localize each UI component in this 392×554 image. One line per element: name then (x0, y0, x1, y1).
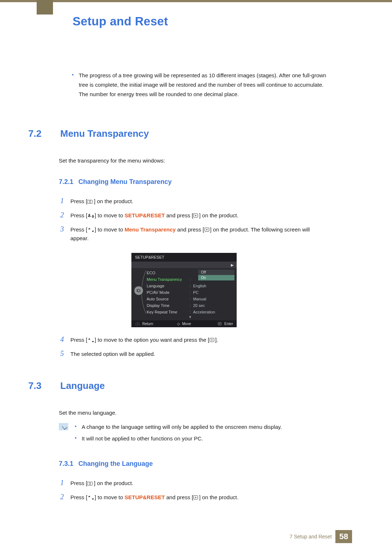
text-frag: ] on the product. (199, 494, 238, 500)
subsection-title: Changing the Language (78, 460, 153, 468)
section-title: Language (60, 380, 105, 391)
manual-page: Setup and Reset • The progress of a tree… (0, 0, 392, 554)
note-block: •A change to the language setting will o… (59, 422, 327, 446)
text-frag: and press [ (165, 212, 193, 218)
text-frag: and press [ (176, 226, 204, 233)
page-footer: 7 Setup and Reset 58 (290, 530, 352, 543)
osd-left-pane (131, 270, 147, 319)
colon: : (189, 284, 192, 288)
osd-row: Language:English (147, 283, 234, 289)
osd-label: Auto Source (147, 297, 187, 301)
step-text: Press [] to move to Menu Transparency an… (70, 225, 327, 243)
enter-icon (193, 213, 199, 218)
text-frag: ] to move to (95, 226, 125, 233)
colon: : (189, 310, 192, 314)
chapter-tab (37, 0, 53, 15)
osd-value: PC (193, 290, 234, 295)
text-frag: Press [ (70, 212, 87, 218)
step-item: 5 The selected option will be applied. (59, 349, 327, 358)
osd-label: PC/AV Mode (147, 290, 187, 295)
page-number: 58 (335, 530, 352, 543)
subsection-number: 7.3.1 (59, 460, 73, 468)
osd-screenshot: SETUP&RESET ▶ ECO Menu Trans (131, 253, 327, 327)
text-frag: ] on the product. (199, 212, 238, 218)
gear-icon (134, 286, 143, 295)
osd-option-popup: Off On (198, 270, 234, 280)
text-frag: Press [ (70, 198, 87, 204)
osd-value: 20 sec (193, 303, 234, 308)
osd-footer-move: ◇Move (168, 322, 200, 326)
colon: : (189, 297, 192, 301)
text-frag: Enter (224, 322, 233, 326)
steps-list: 1 Press [ ] on the product. 2 Press [] t… (59, 479, 327, 502)
section-title: Menu Transparency (60, 128, 149, 139)
osd-label: ECO (147, 271, 187, 275)
step-number: 3 (59, 225, 64, 233)
step-text: The selected option will be applied. (70, 350, 327, 358)
up-down-icon (87, 496, 95, 500)
text-frag: ] to move to (95, 494, 125, 500)
page-body: • The progress of a tree growing will be… (0, 71, 392, 524)
top-bar (0, 0, 392, 15)
osd-row: Display Time:20 sec (147, 302, 234, 309)
up-down-icon (87, 228, 95, 232)
enter-icon (209, 338, 215, 343)
list-item: •It will not be applied to other functio… (75, 434, 282, 443)
text-frag: Move (182, 322, 191, 326)
osd-footer-return: Return (135, 322, 167, 326)
section-desc: Set the transparency for the menu window… (59, 157, 327, 164)
step-number: 1 (59, 479, 64, 487)
steps-list: 1 Press [ ] on the product. 2 Press [] t… (59, 197, 327, 358)
up-down-icon (87, 214, 95, 218)
osd-value: English (193, 284, 234, 288)
bullet-text: It will not be applied to other function… (82, 434, 203, 443)
osd-value: Acceleration (193, 310, 234, 314)
note-list: •A change to the language setting will o… (75, 422, 282, 446)
enter-icon (218, 322, 222, 326)
osd-option-off: Off (198, 270, 234, 275)
osd-label: Display Time (147, 303, 187, 308)
osd-value: Manual (193, 297, 234, 301)
menu-icon (87, 482, 93, 485)
step-item: 4 Press [] to move to the option you wan… (59, 335, 327, 344)
text-frag: Press [ (70, 494, 87, 500)
section-heading: 7.3 Language (28, 380, 327, 391)
text-emph: Menu Transparency (124, 226, 176, 233)
osd-row: Key Repeat Time:Acceleration (147, 309, 234, 315)
text-frag: ] on the product. (93, 480, 134, 486)
text-frag: ] to move to (95, 212, 125, 218)
text-frag: and press [ (165, 494, 193, 500)
list-item: • The progress of a tree growing will be… (72, 71, 327, 99)
menu-icon (135, 323, 139, 325)
text-frag: Press [ (70, 480, 87, 486)
step-text: Press [] to move to SETUP&RESET and pres… (70, 211, 327, 220)
section-number: 7.2 (28, 128, 47, 139)
step-number: 4 (59, 335, 64, 344)
osd-footer: Return ◇Move Enter (131, 320, 237, 327)
section-heading: 7.2 Menu Transparency (28, 128, 327, 139)
osd-label: Language (147, 284, 187, 288)
colon: : (189, 290, 192, 295)
colon: : (189, 303, 192, 308)
text-emph: SETUP&RESET (124, 494, 165, 500)
text-frag: ] to move to the option you want and pre… (95, 337, 209, 343)
chevron-down-icon: ▼ (147, 315, 234, 319)
step-number: 2 (59, 211, 64, 219)
step-number: 1 (59, 197, 64, 205)
osd-window: SETUP&RESET ▶ ECO Menu Trans (131, 253, 237, 327)
bullet-text: The progress of a tree growing will be r… (79, 71, 327, 99)
bullet-dot-icon: • (72, 71, 74, 99)
subsection-number: 7.2.1 (59, 178, 73, 186)
osd-body: ECO Menu Transparency: Language:English … (131, 268, 237, 320)
osd-header-strip: ▶ (131, 262, 237, 268)
osd-option-on: On (198, 275, 234, 280)
list-item: •A change to the language setting will o… (75, 422, 282, 432)
section-7-3: 7.3 Language Set the menu language. •A c… (59, 380, 327, 502)
chapter-title: Setup and Reset (73, 15, 168, 28)
step-text: Press [ ] on the product. (70, 479, 327, 488)
step-text: Press [ ] on the product. (70, 197, 327, 206)
step-item: 3 Press [] to move to Menu Transparency … (59, 225, 327, 243)
subsection-heading: 7.3.1 Changing the Language (59, 460, 327, 468)
section-desc: Set the menu language. (59, 410, 327, 416)
step-item: 2 Press [] to move to SETUP&RESET and pr… (59, 211, 327, 220)
